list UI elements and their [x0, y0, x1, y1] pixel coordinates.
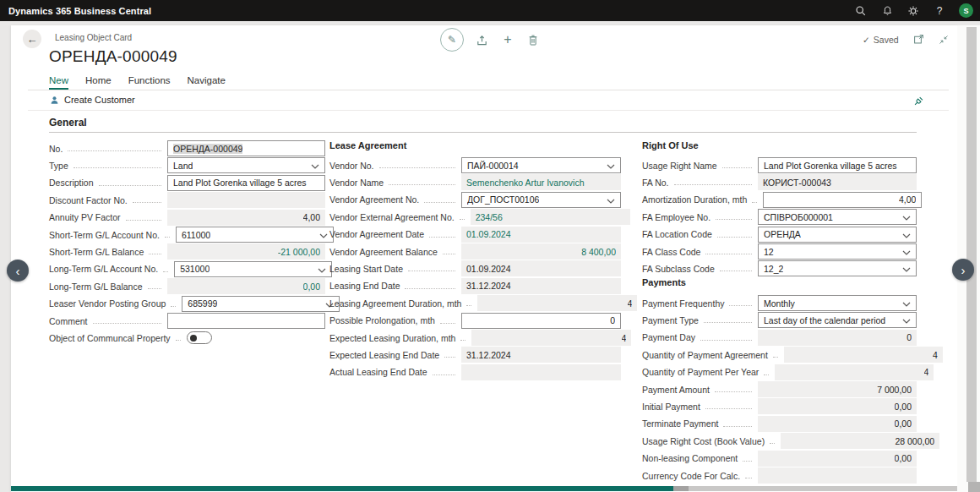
input-amortization-duration-mth[interactable]: 4,00	[763, 192, 922, 208]
field-value: 31.12.2024	[466, 281, 511, 291]
field-value: Last day of the calendar period	[764, 315, 885, 325]
dotted-leader	[148, 288, 161, 289]
select-fa-class-code[interactable]: 12	[758, 243, 917, 260]
new-button[interactable]: +	[500, 32, 515, 47]
field-value: 4	[622, 333, 627, 343]
readonly-short-term-g-l-balance[interactable]: -21 000,00	[167, 243, 325, 260]
field-row-expected-leasing-duration-mth: Expected Leasing Duration, mth4	[329, 330, 621, 346]
readonly-expected-leasing-duration-mth: 4	[471, 330, 631, 346]
field-label: Annuity PV Factor	[49, 212, 121, 222]
breadcrumb[interactable]: Leasing Object Card	[55, 33, 132, 42]
readonly-quantity-of-payment-agreement: 4	[784, 347, 943, 363]
help-icon[interactable]: ?	[933, 4, 946, 18]
nav-previous-button[interactable]: ‹	[7, 260, 29, 282]
readonly-vendor-agreement-balance[interactable]: 8 400,00	[461, 243, 621, 260]
input-no[interactable]: ОРЕНДА-000049	[167, 140, 325, 156]
nav-next-button[interactable]: ›	[952, 259, 974, 281]
edit-button[interactable]: ✎	[440, 28, 464, 52]
select-vendor-no[interactable]: ПАЙ-000014	[461, 157, 621, 173]
select-payment-frequenthy[interactable]: Monthly	[758, 295, 917, 311]
create-customer-action[interactable]: Create Customer	[50, 95, 135, 105]
tab-functions[interactable]: Functions	[128, 75, 171, 90]
select-payment-type[interactable]: Last day of the calendar period	[758, 312, 917, 328]
share-button[interactable]	[476, 34, 488, 46]
chevron-down-icon	[607, 199, 615, 204]
readonly-leasing-start-date: 01.09.2024	[461, 260, 621, 276]
section-general-title[interactable]: General	[49, 117, 87, 128]
input-usage-right-name[interactable]: Land Plot Gorenka village 5 acres	[758, 157, 917, 173]
share-icon	[476, 34, 488, 46]
search-icon[interactable]	[854, 4, 868, 18]
dotted-leader	[68, 150, 161, 151]
field-label: Type	[49, 161, 68, 171]
chevron-down-icon	[319, 233, 328, 238]
dotted-leader	[720, 271, 752, 271]
settings-icon[interactable]	[906, 4, 920, 18]
field-label: FA No.	[642, 178, 669, 188]
horizontal-scrollbar-thumb[interactable]	[11, 486, 673, 491]
collapse-window-button[interactable]	[939, 35, 949, 45]
input-comment[interactable]	[167, 313, 325, 329]
dotted-leader	[722, 167, 752, 168]
select-fa-employee-no[interactable]: СПІВРОБ000001	[758, 209, 917, 225]
field-row-payment-frequenthy: Payment FrequenthyMonthly	[642, 295, 917, 311]
select-vendor-agreement-no[interactable]: ДОГ_ПОСТ00106	[461, 192, 621, 208]
field-value: ОРЕНДА-000049	[173, 144, 242, 154]
toggle-object-of-communcal-property[interactable]	[187, 331, 212, 344]
select-short-term-g-l-account-no[interactable]: 611000	[176, 227, 334, 243]
field-value[interactable]: -21 000,00	[278, 247, 320, 257]
select-fa-location-code[interactable]: ОРЕНДА	[758, 227, 917, 243]
dotted-leader	[705, 408, 752, 409]
field-row-fa-class-code: FA Class Code12	[642, 243, 917, 260]
field-label: Non-leasing Component	[642, 453, 738, 463]
field-label: Leasing End Date	[329, 281, 400, 291]
save-status: ✓ Saved	[863, 35, 899, 45]
tab-home[interactable]: Home	[85, 75, 112, 90]
tab-navigate[interactable]: Navigate	[188, 75, 226, 90]
dotted-leader	[405, 288, 455, 289]
select-fa-subclass-code[interactable]: 12_2	[758, 260, 917, 276]
open-in-new-window-button[interactable]	[913, 34, 924, 45]
pin-action-bar-button[interactable]	[913, 96, 924, 107]
readonly-long-term-g-l-balance[interactable]: 0,00	[167, 278, 325, 294]
readonly-vendor-name[interactable]: Semenchenko Artur Ivanovich	[461, 174, 621, 190]
field-label: Expected Leasing End Date	[329, 350, 439, 360]
top-bar: Dynamics 365 Business Central ? S	[0, 0, 980, 21]
field-row-usage-right-name: Usage Right NameLand Plot Gorenka villag…	[642, 157, 917, 173]
tab-new[interactable]: New	[49, 75, 68, 90]
field-value[interactable]: 8 400,00	[581, 247, 616, 257]
delete-button[interactable]	[527, 34, 539, 46]
dotted-leader	[165, 237, 170, 238]
input-description[interactable]: Land Plot Gorenka village 5 acres	[167, 175, 325, 191]
select-leaser-vendor-posting-group[interactable]: 685999	[182, 296, 340, 312]
field-label: Leaser Vendor Posting Group	[49, 298, 166, 309]
field-value: СПІВРОБ000001	[764, 212, 833, 222]
readonly-vendor-external-agreement-no[interactable]: 234/56	[471, 209, 630, 225]
field-value[interactable]: 0,00	[303, 282, 320, 292]
chevron-down-icon	[902, 216, 911, 221]
vertical-scrollbar[interactable]	[966, 27, 977, 482]
field-value[interactable]: 01.09.2024	[466, 229, 511, 239]
field-value[interactable]: 234/56	[476, 212, 503, 222]
avatar[interactable]: S	[959, 3, 973, 18]
field-value: 0	[610, 315, 615, 325]
field-row-vendor-agreement-no: Vendor Agreement No.ДОГ_ПОСТ00106	[329, 192, 621, 208]
horizontal-scrollbar-segment	[673, 486, 689, 491]
notifications-icon[interactable]	[880, 4, 894, 18]
field-value[interactable]: Semenchenko Artur Ivanovich	[466, 178, 585, 188]
dotted-leader	[716, 219, 752, 220]
field-row-short-term-g-l-account-no: Short-Term G/L Account No.611000	[49, 227, 325, 243]
back-button[interactable]: ←	[23, 30, 41, 48]
field-row-short-term-g-l-balance: Short-Term G/L Balance-21 000,00	[49, 243, 325, 260]
edit-icon: ✎	[448, 34, 456, 46]
field-label: Comment	[49, 316, 88, 326]
select-type[interactable]: Land	[167, 157, 325, 173]
field-row-non-leasing-component: Non-leasing Component0,00	[642, 451, 917, 467]
dotted-leader	[723, 426, 752, 427]
field-value: 611000	[182, 230, 210, 240]
field-label: Possible Prolongation, mth	[329, 315, 435, 325]
select-long-term-g-l-account-no[interactable]: 531000	[174, 261, 332, 277]
input-possible-prolongation-mth[interactable]: 0	[461, 313, 621, 329]
dotted-leader	[764, 374, 769, 375]
readonly-vendor-agreement-date[interactable]: 01.09.2024	[461, 227, 621, 243]
